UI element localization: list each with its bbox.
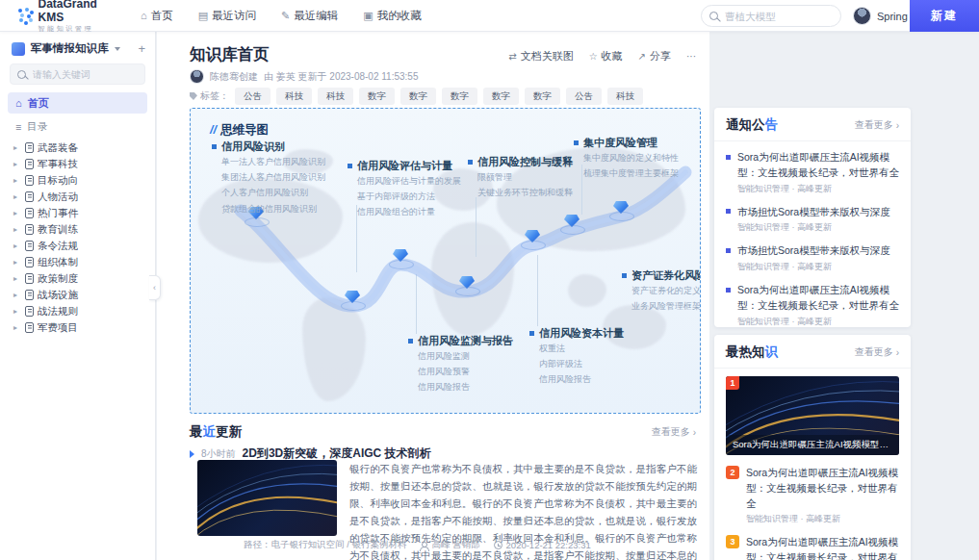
- kb-title[interactable]: 军事情报知识库: [31, 41, 109, 56]
- global-search-input[interactable]: [723, 10, 833, 23]
- mindmap-node-securitization-risk[interactable]: 资产证券化风险管理 资产证券化的定义和分类 业务风险管理框架: [622, 268, 701, 314]
- bullet-icon: [726, 248, 731, 253]
- sidebar-item-tactics[interactable]: ▸战法规则: [0, 303, 155, 319]
- sidebar-item-regulations[interactable]: ▸条令法规: [0, 238, 155, 254]
- thumbnail-art: [197, 460, 337, 536]
- map-pin-icon: [524, 228, 541, 245]
- tag-chip[interactable]: 科技: [607, 88, 643, 105]
- sidebar-item-military-tech[interactable]: ▸军事科技: [0, 156, 155, 172]
- brand-logo-icon: [15, 7, 30, 24]
- bullet-icon: [726, 155, 731, 160]
- kb-chevron-icon[interactable]: [115, 47, 120, 51]
- recent-title: 最近更新: [190, 423, 242, 441]
- caret-right-icon: ▸: [13, 323, 21, 332]
- caret-right-icon: ▸: [13, 192, 21, 201]
- notice-item[interactable]: 市场担忧Sora模型带来版权与深度智能知识管理 · 高峰更新: [726, 200, 899, 240]
- mindmap-node-risk-control[interactable]: 信用风险控制与缓释 限额管理 关键业务环节控制和缓释: [468, 155, 573, 200]
- home-icon: ⌂: [15, 97, 22, 109]
- sidebar-item-weapons[interactable]: ▸武器装备: [0, 140, 155, 156]
- mindmap-canvas[interactable]: //思维导图 信用风险识: [190, 108, 701, 414]
- recent-edits-icon: ✎: [281, 10, 290, 22]
- nav-recent-visits[interactable]: ▤最近访问: [198, 9, 256, 23]
- recent-item-thumbnail[interactable]: [197, 460, 337, 536]
- clock-icon: [494, 541, 502, 549]
- user-name: Spring: [877, 11, 908, 22]
- global-search[interactable]: [701, 5, 841, 27]
- tag-chip[interactable]: 科技: [276, 88, 312, 105]
- tag-chip[interactable]: 公告: [566, 88, 602, 105]
- hot-view-more-link[interactable]: 查看更多›: [855, 345, 899, 359]
- chevron-right-icon: ›: [896, 120, 899, 131]
- tag-icon: [190, 92, 197, 100]
- sidebar-item-home[interactable]: ⌂ 首页: [8, 92, 147, 114]
- hot-title: 最热知识: [726, 344, 778, 361]
- map-pin-icon: [612, 199, 630, 216]
- sidebar-list: ▸武器装备 ▸军事科技 ▸目标动向 ▸人物活动 ▸热门事件 ▸教育训练 ▸条令法…: [0, 138, 155, 338]
- mindmap-node-risk-monitoring[interactable]: 信用风险监测与报告 信用风险监测 信用风险预警 信用风险报告: [408, 334, 513, 395]
- kb-cube-icon: [12, 42, 25, 56]
- notice-item[interactable]: 市场担忧Sora模型带来版权与深度智能知识管理 · 高峰更新: [726, 239, 899, 278]
- sidebar-item-battlefield[interactable]: ▸战场设施: [0, 287, 155, 303]
- recent-view-more-link[interactable]: 查看更多›: [652, 425, 696, 439]
- more-button[interactable]: ···: [686, 51, 696, 62]
- tag-chip[interactable]: 公告: [235, 88, 271, 105]
- bullet-icon: [726, 209, 731, 214]
- share-button[interactable]: ↗分享: [638, 49, 671, 64]
- recent-item-author: 高峰 营销部: [431, 539, 479, 551]
- hot-item[interactable]: 3Sora为何出道即碾压主流AI视频模型：文生视频最长纪录，对世界有全智能知识管…: [714, 530, 911, 560]
- new-button[interactable]: 新建: [910, 0, 979, 32]
- kb-add-button[interactable]: +: [138, 42, 145, 55]
- sidebar-collapse-handle[interactable]: ‹: [149, 275, 161, 300]
- chevron-right-icon: ›: [896, 347, 899, 358]
- recent-item-path[interactable]: 路径：电子银行知识空间 / 银行案例材料: [244, 539, 406, 551]
- recent-item-footer: 路径：电子银行知识空间 / 银行案例材料 高峰 营销部 2020-12-21 2…: [244, 539, 591, 551]
- caret-right-icon: ▸: [13, 258, 21, 267]
- map-pin-icon: [458, 274, 476, 292]
- book-icon: [25, 322, 34, 333]
- hot-featured-item[interactable]: 1 Sora为何出道即碾压主流AI视频模型：文生视频最…: [726, 376, 899, 455]
- hot-item[interactable]: 2Sora为何出道即碾压主流AI视频模型：文生视频最长纪录，对世界有全智能知识管…: [714, 461, 911, 530]
- top-header: DataGrand KMS 智能知识管理 ⌂首页 ▤最近访问 ✎最近编辑 ▣我的…: [0, 0, 979, 32]
- tag-chip[interactable]: 数字: [483, 88, 519, 105]
- sidebar-item-training[interactable]: ▸教育训练: [0, 221, 155, 238]
- sidebar-item-people-activities[interactable]: ▸人物活动: [0, 189, 155, 205]
- sidebar-item-target-trends[interactable]: ▸目标动向: [0, 172, 155, 189]
- mindmap-node-credit-risk-identification[interactable]: 信用风险识别 单一法人客户信用风险识别 集团法人客户信用风险识别 个人客户信用风…: [212, 140, 325, 216]
- mindmap-node-concentration-risk[interactable]: 集中度风险管理 集中度风险的定义和特性 梳理集中度管理主要框架: [574, 136, 679, 181]
- sidebar-search[interactable]: [10, 64, 145, 85]
- byline-updated: 由 姜英 更新于 2023-08-02 11:53:55: [264, 70, 418, 84]
- tag-chip[interactable]: 科技: [318, 88, 353, 105]
- tag-chip[interactable]: 数字: [400, 88, 436, 105]
- notice-item[interactable]: Sora为何出道即碾压主流AI视频模型：文生视频最长纪录，对世界有全智能知识管理…: [726, 145, 899, 200]
- hot-knowledge-card: 最热知识 查看更多› 1 Sora为何出道即碾压主流AI视频模型：文生视频最… …: [714, 335, 911, 560]
- notice-item[interactable]: Sora为何出道即碾压主流AI视频模型：文生视频最长纪录，对世界有全智能知识管理…: [726, 278, 899, 327]
- doc-graph-button[interactable]: ⇄文档关联图: [508, 49, 573, 64]
- favorite-button[interactable]: ☆收藏: [589, 49, 623, 64]
- chevron-right-icon: ›: [693, 427, 696, 438]
- search-icon: [709, 12, 718, 20]
- app-root: DataGrand KMS 智能知识管理 ⌂首页 ▤最近访问 ✎最近编辑 ▣我的…: [0, 0, 979, 560]
- user-avatar: [853, 7, 871, 25]
- sidebar-item-hot-events[interactable]: ▸热门事件: [0, 205, 155, 221]
- book-icon: [25, 142, 34, 153]
- map-pin-icon: [563, 213, 580, 230]
- sidebar-search-input[interactable]: [31, 68, 138, 81]
- nav-favorites[interactable]: ▣我的收藏: [363, 9, 421, 23]
- nav-home[interactable]: ⌂首页: [141, 9, 173, 23]
- tag-chip[interactable]: 数字: [442, 88, 477, 105]
- caret-right-icon: ▸: [13, 242, 21, 250]
- brand[interactable]: DataGrand KMS 智能知识管理: [0, 0, 114, 33]
- sidebar-item-budget[interactable]: ▸军费项目: [0, 319, 155, 336]
- share-icon: ↗: [638, 51, 646, 62]
- tag-chip[interactable]: 数字: [359, 88, 395, 105]
- home-icon: ⌂: [141, 10, 147, 21]
- main-panel: 知识库首页 ⇄文档关联图 ☆收藏 ↗分享 ··· 陈德骞创建 由 姜英 更新于 …: [157, 32, 709, 560]
- sidebar-item-organization[interactable]: ▸组织体制: [0, 254, 155, 270]
- mindmap-node-capital-measurement[interactable]: 信用风险资本计量 权重法 内部评级法 信用风险报告: [529, 326, 624, 388]
- notices-view-more-link[interactable]: 查看更多›: [855, 118, 899, 132]
- sidebar-directory-header[interactable]: ≡ 目录: [0, 114, 155, 138]
- nav-recent-edits[interactable]: ✎最近编辑: [281, 9, 338, 23]
- tag-chip[interactable]: 数字: [525, 88, 560, 105]
- mindmap-node-risk-assessment[interactable]: 信用风险评估与计量 信用风险评估与计量的发展 基于内部评级的方法 信用风险组合的…: [348, 159, 461, 220]
- sidebar-item-policy[interactable]: ▸政策制度: [0, 270, 155, 287]
